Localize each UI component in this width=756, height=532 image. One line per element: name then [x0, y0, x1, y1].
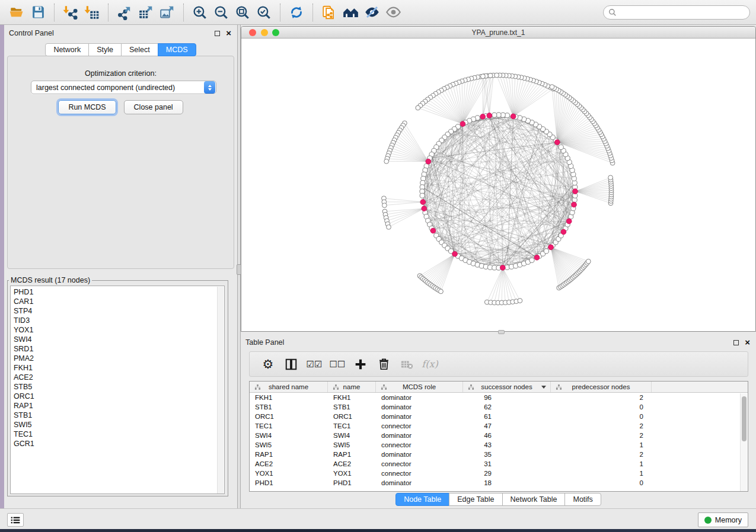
table-row[interactable]: STB1STB1dominator620	[250, 402, 748, 412]
mcds-result-item[interactable]: FKH1	[14, 363, 224, 373]
save-session-button[interactable]	[27, 2, 49, 23]
tab-style[interactable]: Style	[88, 43, 122, 56]
mcds-result-item[interactable]: ORC1	[14, 392, 224, 401]
import-network-button[interactable]	[60, 2, 81, 23]
delete-rows-button[interactable]	[375, 355, 393, 374]
result-list-scrollbar[interactable]	[217, 287, 224, 494]
run-mcds-button[interactable]: Run MCDS	[58, 100, 116, 114]
search-input[interactable]	[617, 8, 745, 17]
mcds-result-list[interactable]: PHD1CAR1STP4TID3YOX1SWI4SRD1PMA2FKH1ACE2…	[10, 286, 225, 494]
export-network-button[interactable]	[114, 2, 135, 23]
unselect-all-rows-button[interactable]: ☐☐	[328, 355, 346, 374]
close-panel-button[interactable]: Close panel	[124, 100, 183, 114]
table-panel-title: Table Panel	[245, 338, 284, 347]
table-row[interactable]: SWI4SWI4dominator462	[250, 431, 748, 440]
table-scrollbar-thumb[interactable]	[742, 396, 747, 441]
mcds-result-item[interactable]: GCR1	[14, 439, 224, 448]
column-header-shared-name[interactable]: shared name	[250, 382, 328, 392]
table-panel: Table Panel × ⚙ ☑☑ ☐☐ f(x) shared namena…	[241, 334, 756, 508]
column-header-successor-nodes[interactable]: successor nodes	[463, 382, 551, 392]
float-table-panel-icon[interactable]	[733, 340, 739, 345]
table-row[interactable]: RAP1RAP1dominator352	[250, 450, 748, 459]
tab-select[interactable]: Select	[121, 43, 158, 56]
tab-network[interactable]: Network	[45, 43, 89, 56]
unchecked-boxes-icon: ☐☐	[330, 359, 346, 370]
float-panel-icon[interactable]	[215, 31, 220, 36]
tab-node-table[interactable]: Node Table	[395, 493, 449, 506]
split-panel-button[interactable]	[282, 355, 300, 374]
panel-chooser-button[interactable]	[7, 513, 24, 527]
close-window-traffic-light[interactable]	[249, 29, 256, 36]
mcds-result-item[interactable]: STP4	[14, 306, 224, 316]
import-table-button[interactable]	[81, 2, 103, 23]
combo-stepper-icon	[204, 81, 215, 94]
cell-mcds-role: dominator	[376, 478, 463, 488]
minimize-window-traffic-light[interactable]	[261, 29, 268, 36]
open-file-button[interactable]	[6, 2, 27, 23]
show-details-button[interactable]	[382, 2, 404, 23]
table-toolbar: ⚙ ☑☑ ☐☐ f(x)	[249, 351, 748, 377]
column-header-MCDS-role[interactable]: MCDS role	[376, 382, 463, 392]
tab-network-table[interactable]: Network Table	[502, 493, 566, 506]
close-panel-icon[interactable]: ×	[226, 30, 231, 36]
share-document-button[interactable]	[318, 2, 340, 23]
cell-successor-nodes: 18	[463, 478, 551, 488]
mcds-result-box: MCDS result (17 nodes) PHD1CAR1STP4TID3Y…	[7, 276, 228, 496]
function-builder-button[interactable]: f(x)	[421, 355, 439, 374]
network-window-titlebar[interactable]: YPA_prune.txt_1	[241, 27, 755, 39]
memory-button[interactable]: Memory	[698, 512, 748, 527]
zoom-in-button[interactable]	[189, 2, 210, 23]
cell-name: ORC1	[328, 412, 376, 421]
cell-shared-name: PHD1	[250, 478, 328, 488]
delete-table-icon	[400, 358, 413, 371]
close-table-panel-icon[interactable]: ×	[745, 339, 750, 345]
mcds-result-item[interactable]: PMA2	[14, 354, 224, 363]
mcds-result-item[interactable]: STB5	[14, 382, 224, 392]
table-row[interactable]: ACE2ACE2connector311	[250, 459, 748, 469]
table-row[interactable]: YOX1YOX1connector291	[250, 469, 748, 478]
home-button[interactable]	[340, 2, 361, 23]
optimization-criterion-select[interactable]: largest connected component (undirected)	[31, 81, 216, 94]
zoom-window-traffic-light[interactable]	[272, 29, 279, 36]
mcds-result-item[interactable]: YOX1	[14, 325, 224, 335]
column-settings-button[interactable]: ⚙	[259, 355, 277, 374]
hide-details-button[interactable]	[361, 2, 382, 23]
refresh-layout-button[interactable]	[286, 2, 307, 23]
network-graph-canvas[interactable]	[241, 39, 755, 331]
zoom-fit-button[interactable]	[232, 2, 253, 23]
zoom-out-button[interactable]	[210, 2, 232, 23]
memory-status-icon	[704, 517, 712, 524]
export-table-button[interactable]	[135, 2, 157, 23]
tab-mcds[interactable]: MCDS	[158, 43, 196, 56]
delete-columns-button[interactable]	[398, 355, 416, 374]
mcds-result-item[interactable]: ACE2	[14, 373, 224, 382]
mcds-result-item[interactable]: TEC1	[14, 430, 224, 439]
mcds-result-item[interactable]: RAP1	[14, 401, 224, 411]
select-all-rows-button[interactable]: ☑☑	[305, 355, 323, 374]
toolbar-separator	[280, 4, 280, 21]
table-row[interactable]: FKH1FKH1dominator962	[250, 393, 748, 402]
mcds-result-item[interactable]: STB1	[14, 411, 224, 420]
add-row-button[interactable]	[352, 355, 369, 374]
horizontal-splitter-handle[interactable]	[498, 330, 505, 334]
zoom-out-icon	[213, 5, 229, 20]
cell-mcds-role: connector	[376, 440, 463, 450]
table-row[interactable]: ORC1ORC1dominator610	[250, 412, 748, 421]
table-row[interactable]: SWI5SWI5connector431	[250, 440, 748, 450]
table-scrollbar[interactable]	[740, 393, 747, 491]
mcds-result-item[interactable]: SRD1	[14, 344, 224, 354]
export-image-button[interactable]	[157, 2, 178, 23]
mcds-result-item[interactable]: TID3	[14, 316, 224, 325]
mcds-result-item[interactable]: SWI5	[14, 420, 224, 430]
table-row[interactable]: TEC1TEC1connector472	[250, 421, 748, 431]
table-row[interactable]: PHD1PHD1dominator180	[250, 478, 748, 488]
search-field[interactable]	[603, 5, 750, 20]
column-header-predecessor-nodes[interactable]: predecessor nodes	[551, 382, 652, 392]
mcds-result-item[interactable]: SWI4	[14, 335, 224, 344]
mcds-result-item[interactable]: PHD1	[14, 287, 224, 297]
column-header-name[interactable]: name	[328, 382, 376, 392]
tab-edge-table[interactable]: Edge Table	[449, 493, 502, 506]
mcds-result-item[interactable]: CAR1	[14, 297, 224, 306]
tab-motifs[interactable]: Motifs	[564, 493, 601, 506]
zoom-selected-button[interactable]	[253, 2, 275, 23]
